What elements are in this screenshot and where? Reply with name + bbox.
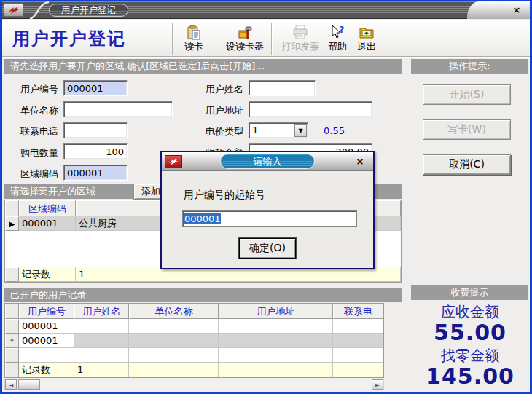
price-type-value: 1: [252, 125, 258, 135]
user-table-header: 用户编号 用户姓名 单位名称 用户地址 联系电: [5, 304, 383, 319]
change-label: 找零金额: [411, 346, 529, 366]
record-count-value: 1: [76, 267, 401, 282]
table-row[interactable]: [5, 348, 383, 363]
dialog-title: 请输入: [220, 154, 315, 169]
dialog-close-icon[interactable]: ×: [354, 156, 366, 168]
setup-reader-button[interactable]: 设读卡器: [222, 23, 267, 56]
table-row[interactable]: 000001: [5, 319, 383, 334]
purchase-qty-input[interactable]: [63, 143, 128, 159]
scroll-right-icon[interactable]: ►: [372, 379, 383, 390]
change-value: 145.00: [411, 363, 529, 389]
dialog-text-input[interactable]: 000001: [182, 210, 357, 227]
user-name-input[interactable]: [249, 80, 316, 96]
tool-label: 帮助: [328, 40, 347, 53]
col-phone[interactable]: 联系电: [333, 304, 383, 319]
user-address-input[interactable]: [249, 101, 372, 117]
print-invoice-button[interactable]: 打印发票: [276, 23, 324, 56]
ops-panel-bar: 操作提示:: [411, 59, 528, 74]
user-records-table: 用户编号 用户姓名 单位名称 用户地址 联系电 000001 * 000001: [4, 303, 384, 378]
col-unit-name[interactable]: 单位名称: [129, 304, 219, 319]
toolbar-separator: [172, 23, 173, 55]
app-window: 用户开户登记 × 用户开户登记 读卡 设读卡器: [0, 0, 532, 394]
toolbar-separator: [271, 23, 272, 55]
exit-icon: [359, 24, 375, 40]
scroll-left-icon[interactable]: ◄: [5, 379, 17, 390]
tool-label: 打印发票: [281, 40, 319, 53]
user-name-label: 用户姓名: [206, 83, 243, 96]
tool-label: 退出: [357, 40, 376, 53]
receivable-label: 应收金额: [411, 302, 529, 322]
fee-panel-bar: 收费提示: [411, 285, 528, 300]
horizontal-scrollbar[interactable]: ◄ ►: [4, 379, 384, 390]
region-col-code[interactable]: 区域编码: [19, 200, 76, 216]
col-address[interactable]: 用户地址: [219, 304, 333, 319]
write-card-button[interactable]: 写卡(W): [423, 119, 511, 140]
col-user-name[interactable]: 用户姓名: [74, 304, 129, 319]
window-title: 用户开户登记: [49, 4, 128, 17]
selected-text: 000001: [184, 213, 221, 224]
scrollbar-thumb[interactable]: [18, 379, 40, 390]
tool-label: 设读卡器: [226, 40, 264, 53]
user-records-bar: 已开户的用户记录: [4, 288, 402, 302]
receivable-value: 55.00: [411, 320, 529, 345]
user-id-input[interactable]: [63, 80, 128, 96]
purchase-qty-label: 购电数量: [20, 146, 58, 159]
help-icon: ?: [329, 24, 345, 40]
region-header-marker: [5, 200, 19, 216]
phone-label: 联系电话: [20, 125, 58, 138]
record-count-label: 记录数: [19, 267, 76, 282]
unit-name-label: 单位名称: [20, 104, 58, 117]
area-code-label: 区域编码: [20, 168, 58, 181]
window-titlebar[interactable]: 用户开户登记 ×: [2, 1, 530, 19]
price-type-label: 电价类型: [206, 125, 243, 138]
toolbar: 用户开户登记 读卡 设读卡器: [2, 20, 530, 58]
region-table-footer: 记录数 1: [5, 267, 401, 282]
col-user-id[interactable]: 用户编号: [19, 304, 74, 319]
record-count-value: 1: [74, 363, 129, 377]
card-reader-icon: [186, 24, 202, 40]
exit-button[interactable]: 退出: [354, 23, 379, 56]
phone-input[interactable]: [63, 122, 128, 138]
printer-icon: [292, 24, 308, 40]
svg-text:?: ?: [339, 24, 345, 35]
start-button[interactable]: 开始(S): [423, 84, 511, 105]
chevron-down-icon[interactable]: ▼: [294, 124, 307, 137]
read-card-button[interactable]: 读卡: [177, 23, 211, 56]
user-id-label: 用户编号: [20, 83, 58, 96]
user-table-footer: 记录数 1: [5, 363, 383, 377]
cancel-button[interactable]: 取消(C): [423, 154, 511, 175]
price-rate-value: 0.55: [324, 125, 345, 136]
table-row[interactable]: * 000001: [5, 334, 383, 348]
ok-button[interactable]: 确定(O): [239, 238, 296, 259]
record-count-label: 记录数: [19, 363, 74, 377]
titlebar-right-cap: ×: [467, 1, 530, 19]
new-row-marker: *: [5, 334, 19, 348]
help-button[interactable]: ? 帮助: [325, 23, 350, 56]
close-icon[interactable]: ×: [511, 4, 523, 16]
page-title: 用户开户登记: [12, 27, 126, 50]
unit-name-input[interactable]: [63, 101, 173, 117]
reader-setup-icon: [237, 24, 253, 40]
app-logo-icon: [4, 3, 23, 17]
price-type-select[interactable]: 1 ▼: [249, 122, 308, 138]
form-instruction-bar: 请先选择用户要开户的区域,确认[区域已选定]后点击[开始]...: [4, 59, 402, 74]
dialog-prompt-label: 用户编号的起始号: [184, 189, 265, 202]
area-code-input[interactable]: [63, 165, 128, 181]
region-code-cell: 000001: [19, 216, 76, 231]
user-address-label: 用户地址: [206, 104, 243, 117]
dialog-logo-icon: [165, 155, 182, 168]
tool-label: 读卡: [184, 40, 203, 53]
input-dialog: 请输入 × 用户编号的起始号 000001 确定(O): [160, 151, 375, 269]
right-panel: 操作提示: 开始(S) 写卡(W) 取消(C) 收费提示 应收金额 55.00 …: [411, 58, 529, 391]
current-row-marker-icon: ▶: [5, 216, 19, 231]
dialog-titlebar[interactable]: 请输入 ×: [162, 152, 373, 171]
